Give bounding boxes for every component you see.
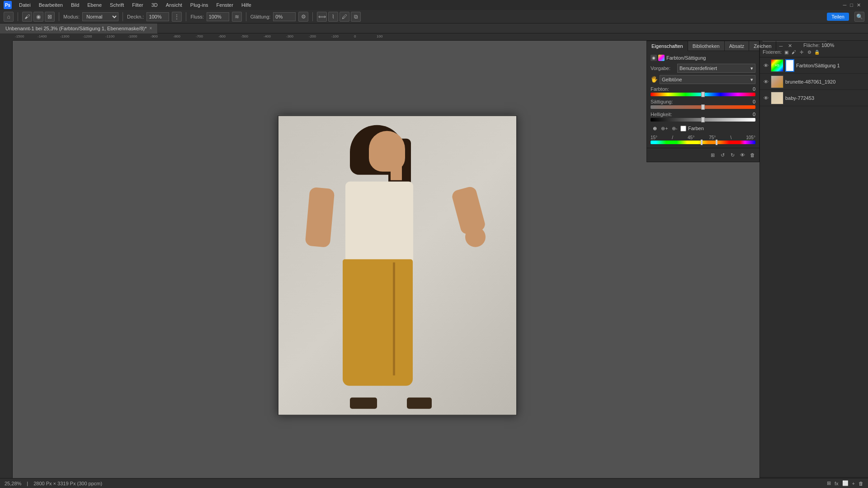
vorgabe-label: Vorgabe: — [651, 66, 675, 71]
lock-position-btn[interactable]: ✛ — [798, 49, 805, 55]
extra-tools: ⟺ ⌇ 🖊 ⧉ — [317, 12, 361, 22]
menu-hilfe[interactable]: Hilfe — [238, 1, 255, 9]
helligkeit-thumb[interactable] — [701, 117, 705, 122]
sattigung-value: 0 — [753, 99, 755, 104]
menu-3d[interactable]: 3D — [148, 1, 161, 9]
props-btn-visibility[interactable]: 👁 — [738, 151, 746, 159]
menu-bild[interactable]: Bild — [67, 1, 83, 9]
farbton-track[interactable] — [651, 93, 755, 96]
eyedropper-icon[interactable]: 🖐 — [651, 76, 658, 83]
status-icon-4[interactable]: + — [852, 481, 855, 486]
status-icon-5[interactable]: 🗑 — [859, 481, 863, 486]
layer-item-2[interactable]: 👁 baby-772453 — [760, 90, 868, 106]
farbton-thumb[interactable] — [701, 92, 705, 97]
range-start: 15° — [651, 135, 657, 140]
props-minimize-btn[interactable]: ─ — [776, 43, 785, 49]
airbrush-btn[interactable]: ≋ — [232, 12, 242, 22]
vorgabe-select[interactable]: Benutzerdefiniert ▾ — [677, 64, 755, 73]
props-btn-1[interactable]: ⊞ — [708, 151, 717, 159]
window-minimize[interactable]: ─ — [843, 2, 847, 8]
helligkeit-track[interactable] — [651, 118, 755, 122]
app-icon: Ps — [4, 1, 12, 9]
sattigung-track[interactable] — [651, 105, 755, 109]
range-sep: / — [672, 135, 673, 140]
status-icon-3[interactable]: ⬜ — [842, 480, 849, 486]
deckn-options-btn[interactable]: ⋮ — [172, 12, 182, 22]
symmerty-btn[interactable]: ⟺ — [317, 12, 327, 22]
eyedropper-minus-btn[interactable]: ⊕- — [670, 124, 679, 132]
pressure-btn[interactable]: ⌇ — [328, 12, 338, 22]
status-dimensions: 2800 Px × 3319 Px (300 ppcm) — [33, 481, 102, 486]
deckn-input[interactable] — [146, 12, 169, 21]
layer-item-0[interactable]: 👁 HS Farbton/Sättigung 1 — [760, 57, 868, 74]
gelbtone-select[interactable]: Gelbtöne ▾ — [660, 75, 755, 84]
menu-plugins[interactable]: Plug-ins — [187, 1, 212, 9]
person-arm-left — [305, 187, 335, 247]
sattigung-label-row: Sättigung: 0 — [651, 99, 755, 104]
status-icon-2[interactable]: fx — [835, 481, 839, 486]
farben-checkbox[interactable] — [680, 126, 686, 131]
layer-item-1[interactable]: 👁 brunette-487061_1920 — [760, 74, 868, 90]
props-tab-bibliotheken[interactable]: Bibliotheken — [688, 41, 725, 51]
lock-pixels-btn[interactable]: 🖌 — [791, 49, 797, 55]
range-handle-left[interactable] — [701, 140, 703, 145]
brush-alt-btn[interactable]: ⊠ — [45, 12, 55, 22]
lock-all-btn[interactable]: 🔒 — [814, 49, 820, 55]
props-btn-3[interactable]: ↻ — [728, 151, 736, 159]
lock-transparent-btn[interactable]: ▣ — [783, 49, 789, 55]
window-close[interactable]: ✕ — [857, 2, 861, 8]
range-angle: 45° — [688, 135, 694, 140]
toolbar-separator-2 — [59, 12, 59, 21]
eyedropper-plus-btn[interactable]: ⊕+ — [660, 124, 669, 132]
helligkeit-label-row: Helligkeit: 0 — [651, 112, 755, 117]
layer-2-eye[interactable]: 👁 — [763, 95, 769, 101]
props-tab-absatz[interactable]: Absatz — [725, 41, 750, 51]
document-tab[interactable]: Unbenannt-1 bei 25,3% (Farbton/Sättigung… — [0, 23, 158, 33]
menu-fenster[interactable]: Fenster — [213, 1, 237, 9]
props-btn-delete[interactable]: 🗑 — [748, 151, 756, 159]
glattung-options-btn[interactable]: ⚙ — [298, 12, 308, 22]
status-icon-1[interactable]: ⊞ — [827, 480, 831, 486]
extra-btn[interactable]: ⧉ — [351, 12, 361, 22]
vorgabe-row: Vorgabe: Benutzerdefiniert ▾ — [651, 64, 755, 73]
brush-btn[interactable]: 🖌 — [22, 12, 32, 22]
menu-ebene[interactable]: Ebene — [84, 1, 105, 9]
layer-1-eye[interactable]: 👁 — [763, 79, 769, 85]
props-tab-eigenschaften[interactable]: Eigenschaften — [647, 41, 688, 51]
fluss-input[interactable] — [207, 12, 229, 21]
ruler-corner — [0, 33, 13, 41]
menu-bearbeiten[interactable]: Bearbeiten — [35, 1, 66, 9]
layer-0-eye[interactable]: 👁 — [763, 62, 769, 69]
range-labels: 15° / 45° 75° \ 105° — [651, 135, 755, 140]
props-footer: ⊞ ↺ ↻ 👁 🗑 — [647, 148, 759, 162]
lock-artboard-btn[interactable]: ⚙ — [806, 49, 812, 55]
window-maximize[interactable]: □ — [850, 2, 853, 8]
home-btn[interactable]: ⌂ — [4, 12, 14, 22]
menu-schrift[interactable]: Schrift — [106, 1, 127, 9]
farben-checkbox-row: Farben — [680, 126, 704, 131]
mode-select[interactable]: Normal — [82, 12, 118, 21]
range-end2: 105° — [746, 135, 755, 140]
menu-ansicht[interactable]: Ansicht — [162, 1, 186, 9]
glattung-input[interactable] — [273, 12, 296, 21]
angle-btn[interactable]: 🖊 — [340, 12, 349, 22]
props-close-btn[interactable]: ✕ — [785, 43, 795, 49]
layer-1-thumbnail — [771, 75, 783, 88]
person-shoes-left — [350, 398, 377, 409]
share-button[interactable]: Teilen — [827, 13, 849, 21]
props-tab-zeichen[interactable]: Zeichen — [749, 41, 776, 51]
person-torso — [345, 182, 413, 263]
menu-filter[interactable]: Filter — [128, 1, 146, 9]
search-btn[interactable]: 🔍 — [854, 12, 864, 22]
props-btn-2[interactable]: ↺ — [718, 151, 726, 159]
color-range-track[interactable] — [651, 141, 755, 144]
toolbar-separator-3 — [123, 12, 123, 21]
sattigung-thumb[interactable] — [701, 104, 705, 110]
range-handle-right[interactable] — [716, 140, 717, 145]
person-pants — [343, 259, 413, 386]
tab-close-btn[interactable]: × — [149, 26, 152, 31]
menu-datei[interactable]: Datei — [15, 1, 34, 9]
ruler-top: // Draw ruler ticks inline -1500 -1400 -… — [13, 33, 868, 41]
brush-settings-btn[interactable]: ◉ — [33, 12, 43, 22]
eyedropper-tool-btn[interactable]: ⊕ — [651, 124, 659, 132]
